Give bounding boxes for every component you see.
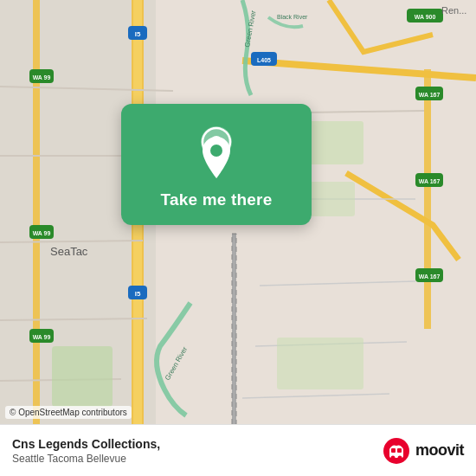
svg-text:WA 99: WA 99 [33,230,51,236]
svg-point-55 [390,455,395,460]
map-container: I5 I5 I5 WA 99 WA 99 WA 99 WA 900 L405 W… [0,0,476,424]
moovit-icon [383,437,410,465]
svg-text:Black River: Black River [277,14,308,20]
moovit-text: moovit [415,441,464,460]
svg-text:WA 900: WA 900 [415,14,436,20]
map-attribution: © OpenStreetMap contributors [5,406,132,419]
svg-text:WA 99: WA 99 [33,334,51,340]
svg-rect-58 [397,448,402,453]
svg-rect-46 [277,338,363,389]
svg-text:SeaTac: SeaTac [50,245,88,258]
svg-text:I5: I5 [135,30,141,38]
place-info: Cns Legends Collections, Seattle Tacoma … [12,437,383,465]
svg-point-56 [397,455,402,460]
bottom-bar: Cns Legends Collections, Seattle Tacoma … [0,424,476,476]
svg-text:Ren...: Ren... [441,5,466,16]
svg-rect-57 [391,448,396,453]
svg-rect-47 [52,346,113,407]
take-me-there-label: Take me there [161,190,273,209]
pin-icon [196,135,237,180]
svg-point-53 [210,145,222,157]
svg-rect-22 [424,69,431,329]
svg-text:I5: I5 [135,290,141,298]
svg-rect-32 [232,234,236,424]
svg-rect-11 [33,0,40,424]
svg-text:WA 167: WA 167 [419,178,441,184]
svg-text:WA 167: WA 167 [419,273,441,280]
place-subtitle: Seattle Tacoma Bellevue [12,453,383,465]
place-name: Cns Legends Collections, [12,437,383,451]
moovit-logo: moovit [383,437,464,465]
svg-text:WA 167: WA 167 [419,92,441,98]
svg-text:WA 99: WA 99 [33,74,51,80]
svg-text:L405: L405 [257,57,271,63]
take-me-there-card[interactable]: Take me there [121,104,312,225]
